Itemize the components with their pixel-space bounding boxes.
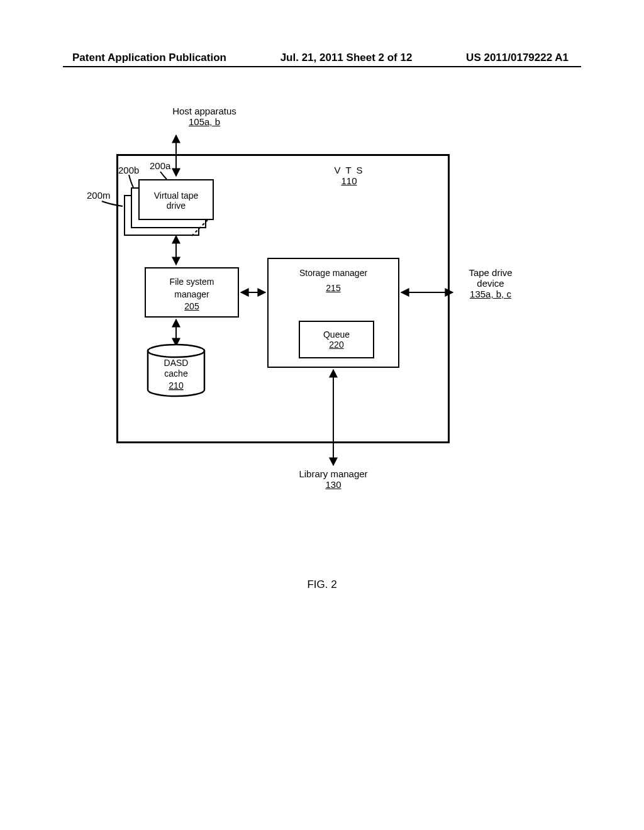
diagram: Host apparatus 105a, b V T S 110 Tape dr…: [63, 94, 581, 597]
header-mid: Jul. 21, 2011 Sheet 2 of 12: [280, 52, 413, 64]
diagram-svg: DASD cache 210: [63, 94, 581, 597]
dasd-cylinder: DASD cache 210: [148, 345, 204, 396]
dasd-text-2: cache: [164, 368, 188, 379]
svg-point-7: [148, 345, 204, 357]
dasd-ref: 210: [169, 380, 184, 390]
dasd-text-1: DASD: [164, 358, 189, 368]
figure-label: FIG. 2: [0, 578, 644, 591]
header-right: US 2011/0179222 A1: [466, 52, 569, 64]
page-header: Patent Application Publication Jul. 21, …: [0, 52, 644, 64]
header-left: Patent Application Publication: [72, 52, 226, 64]
svg-line-1: [192, 220, 208, 236]
header-rule: [63, 66, 581, 67]
